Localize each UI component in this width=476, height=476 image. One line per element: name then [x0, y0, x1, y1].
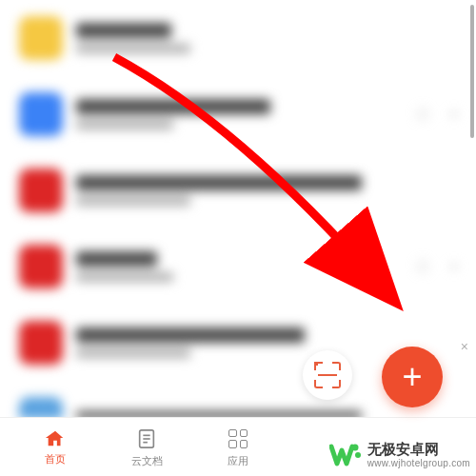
- close-icon[interactable]: ×: [461, 339, 468, 354]
- file-icon: [19, 397, 63, 419]
- item-title: [76, 327, 305, 343]
- home-icon: [45, 428, 66, 449]
- scan-button[interactable]: [303, 350, 352, 400]
- item-title: [76, 175, 362, 190]
- item-subtitle: [76, 348, 190, 358]
- item-content: [76, 251, 400, 282]
- more-icon[interactable]: [451, 111, 457, 117]
- item-title: [76, 99, 270, 114]
- watermark-title: 无极安卓网: [367, 441, 470, 457]
- watermark-logo: [329, 443, 362, 467]
- grid-icon: [226, 426, 250, 451]
- nav-apps[interactable]: 应用: [192, 426, 284, 468]
- scan-icon: [314, 362, 341, 388]
- item-subtitle: [76, 120, 173, 129]
- item-content: [76, 99, 400, 129]
- add-button[interactable]: +: [382, 347, 443, 407]
- item-actions: ☆: [413, 102, 457, 127]
- item-title: [76, 23, 171, 38]
- star-icon[interactable]: ☆: [413, 254, 432, 279]
- nav-label: 应用: [228, 454, 248, 468]
- nav-label: 首页: [45, 452, 66, 466]
- nav-home[interactable]: 首页: [10, 428, 101, 466]
- item-actions: ☆: [413, 254, 457, 279]
- item-subtitle: [76, 44, 190, 53]
- file-icon: [19, 321, 63, 365]
- document-icon: [134, 426, 159, 451]
- file-icon: [19, 92, 63, 136]
- star-icon[interactable]: ☆: [413, 102, 432, 127]
- item-content: [76, 175, 457, 206]
- list-item[interactable]: [0, 0, 476, 76]
- file-icon: [19, 16, 63, 60]
- item-subtitle: [76, 196, 190, 206]
- svg-point-6: [355, 452, 361, 458]
- list-item[interactable]: ☆: [0, 228, 476, 305]
- file-icon: [19, 245, 63, 288]
- watermark: 无极安卓网 www.wjhotelgroup.com: [329, 441, 470, 468]
- plus-icon: +: [402, 360, 422, 394]
- file-icon: [19, 169, 63, 212]
- watermark-url: www.wjhotelgroup.com: [367, 458, 470, 469]
- list-item[interactable]: [0, 152, 476, 228]
- item-title: [76, 251, 157, 267]
- nav-label: 云文档: [131, 454, 163, 468]
- item-subtitle: [76, 272, 173, 282]
- svg-point-5: [351, 444, 358, 450]
- list-item[interactable]: ☆: [0, 76, 476, 152]
- more-icon[interactable]: [451, 264, 457, 269]
- item-content: [76, 23, 457, 53]
- nav-cloud-doc[interactable]: 云文档: [101, 426, 192, 468]
